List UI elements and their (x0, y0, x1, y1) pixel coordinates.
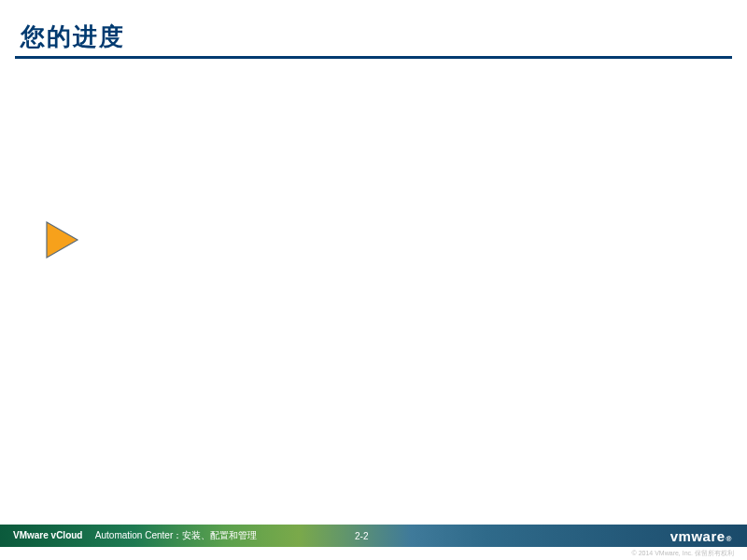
vmware-logo-reg: ® (726, 535, 732, 543)
footer-product-rest: Automation Center：安装、配置和管理 (95, 530, 257, 540)
footer-bar: VMware vCloud Automation Center：安装、配置和管理… (0, 525, 747, 547)
slide: 您的进度 VMware vCloud Automation Center：安装、… (0, 0, 747, 560)
slide-title: 您的进度 (21, 21, 125, 53)
vmware-logo: vmware® (670, 528, 732, 544)
title-underline (15, 56, 732, 59)
svg-marker-0 (47, 222, 78, 258)
footer-page-number: 2-2 (355, 531, 368, 541)
footer-course-title: VMware vCloud Automation Center：安装、配置和管理 (0, 529, 257, 542)
copyright-text: © 2014 VMware, Inc. 保留所有权利 (632, 549, 734, 558)
footer-product-bold: VMware vCloud (13, 530, 82, 540)
progress-arrow-icon (44, 219, 81, 264)
vmware-logo-text: vmware (670, 528, 726, 544)
